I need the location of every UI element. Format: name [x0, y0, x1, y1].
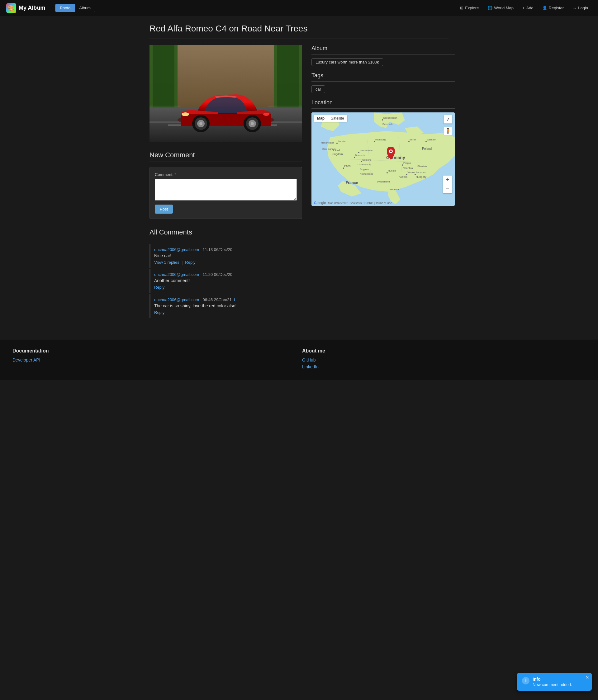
- svg-text:London: London: [338, 140, 346, 143]
- brand-name: My Album: [19, 5, 45, 11]
- login-link[interactable]: → Login: [569, 4, 592, 12]
- svg-text:Czechia: Czechia: [403, 167, 413, 170]
- svg-point-68: [415, 174, 416, 175]
- left-column: New Comment Comment: * Post All Comments…: [149, 45, 302, 319]
- svg-rect-2: [153, 45, 174, 107]
- explore-icon: ⊞: [460, 6, 464, 10]
- map-tab-map[interactable]: Map: [314, 115, 328, 122]
- svg-point-18: [199, 122, 202, 125]
- comment-input[interactable]: [155, 179, 297, 201]
- brand-link[interactable]: 🎨 My Album: [6, 3, 45, 13]
- plus-icon: +: [522, 6, 525, 10]
- svg-text:Brussels: Brussels: [355, 154, 365, 157]
- comment-item: onchua2006@gmail.com - 11:13 06/Dec/20 N…: [149, 244, 302, 268]
- login-icon: →: [572, 6, 576, 10]
- comments-list: onchua2006@gmail.com - 11:13 06/Dec/20 N…: [149, 244, 302, 318]
- view-replies-link[interactable]: View 1 replies: [154, 260, 179, 265]
- footer-about: About me GitHub LinkedIn: [302, 348, 585, 371]
- user-icon: 👤: [542, 6, 547, 10]
- required-star: *: [175, 172, 176, 177]
- page-title: Red Alfa Romeo C4 on Road Near Trees: [149, 24, 449, 34]
- footer-linkedin-link[interactable]: LinkedIn: [302, 364, 585, 369]
- map-zoom-out-button[interactable]: −: [443, 184, 452, 193]
- comment-actions: View 1 replies | Reply: [154, 260, 302, 265]
- footer-doc-title: Documentation: [13, 348, 296, 354]
- footer-about-title: About me: [302, 348, 585, 354]
- album-section: Album Luxury cars worth more than $100k: [312, 45, 455, 66]
- toggle-album[interactable]: Album: [75, 4, 95, 12]
- svg-point-36: [354, 157, 355, 158]
- all-comments-title: All Comments: [149, 228, 302, 236]
- map-credit-text: Map data ©2021 GeoBasis-DE/BKG | Terms o…: [328, 201, 392, 205]
- world-map-link[interactable]: 🌐 World Map: [484, 4, 517, 12]
- comment-actions: Reply: [154, 310, 302, 315]
- svg-text:Hungary: Hungary: [416, 175, 427, 178]
- info-icon: ℹ: [234, 297, 235, 302]
- reply-link[interactable]: Reply: [154, 310, 165, 315]
- map-credit: G oogle Map data ©2021 GeoBasis-DE/BKG |…: [314, 201, 392, 205]
- svg-text:Poland: Poland: [422, 147, 432, 150]
- svg-text:Berlin: Berlin: [409, 138, 416, 141]
- new-comment-divider: [149, 161, 302, 162]
- svg-point-45: [374, 141, 375, 142]
- svg-text:France: France: [346, 181, 358, 185]
- svg-text:Munich: Munich: [388, 169, 396, 172]
- comment-meta: onchua2006@gmail.com - 11:13 06/Dec/20: [154, 247, 302, 252]
- map-container: United Kingdom London Paris Brussels Ams…: [312, 112, 455, 206]
- map-pegman-button[interactable]: 🧍: [444, 127, 452, 135]
- add-link[interactable]: + Add: [519, 4, 537, 12]
- svg-rect-4: [277, 45, 299, 107]
- svg-text:Hamburg: Hamburg: [375, 138, 385, 141]
- svg-text:Switzerland: Switzerland: [377, 180, 390, 183]
- footer-dev-api-link[interactable]: Developer API: [13, 357, 296, 362]
- svg-text:Birmingham: Birmingham: [322, 148, 336, 150]
- comment-text: The car is so shiny, love the red color …: [154, 303, 302, 308]
- map-tab-group: Map Satellite: [314, 115, 347, 122]
- svg-text:Slovenia: Slovenia: [389, 188, 399, 191]
- comment-time: - 06:46 29/Jan/21: [200, 297, 232, 302]
- svg-text:Kingdom: Kingdom: [332, 153, 343, 156]
- comment-time: - 11:20 06/Dec/20: [200, 272, 232, 277]
- map-zoom-in-button[interactable]: +: [443, 176, 452, 184]
- svg-point-59: [387, 172, 388, 173]
- reply-link[interactable]: Reply: [154, 285, 165, 290]
- brand-icon: 🎨: [6, 3, 16, 13]
- login-label: Login: [578, 6, 588, 10]
- footer: Documentation Developer API About me Git…: [0, 339, 598, 380]
- footer-documentation: Documentation Developer API: [13, 348, 296, 371]
- svg-text:Amsterdam: Amsterdam: [360, 149, 373, 152]
- view-toggle: Photo Album: [55, 4, 95, 12]
- reply-link[interactable]: Reply: [185, 260, 195, 265]
- comment-author: onchua2006@gmail.com: [154, 272, 199, 277]
- svg-point-22: [251, 122, 254, 125]
- register-label: Register: [549, 6, 564, 10]
- main-container: Red Alfa Romeo C4 on Road Near Trees: [143, 16, 455, 327]
- footer-github-link[interactable]: GitHub: [302, 357, 585, 362]
- comment-meta: onchua2006@gmail.com - 06:46 29/Jan/21 ℹ: [154, 297, 302, 302]
- register-link[interactable]: 👤 Register: [539, 4, 568, 12]
- comment-actions: Reply: [154, 285, 302, 290]
- tags-section-title: Tags: [312, 72, 455, 79]
- photo-container: [149, 45, 302, 142]
- album-divider: [312, 54, 455, 54]
- post-button[interactable]: Post: [155, 205, 173, 214]
- explore-link[interactable]: ⊞ Explore: [456, 4, 482, 12]
- svg-point-63: [402, 165, 403, 166]
- title-divider: [149, 39, 449, 39]
- svg-text:Netherlands: Netherlands: [360, 173, 373, 175]
- toggle-photo[interactable]: Photo: [55, 4, 75, 12]
- map-tab-satellite[interactable]: Satellite: [328, 115, 347, 122]
- svg-text:Paris: Paris: [344, 165, 351, 168]
- comment-text: Another comment!: [154, 278, 302, 283]
- world-map-label: World Map: [494, 6, 514, 10]
- svg-point-61: [406, 174, 407, 175]
- svg-text:Vienna: Vienna: [407, 171, 415, 174]
- all-comments-divider: [149, 239, 302, 239]
- svg-point-74: [390, 150, 392, 152]
- svg-text:Slovakia: Slovakia: [417, 165, 427, 168]
- map-expand-button[interactable]: ⤢: [444, 115, 452, 124]
- svg-point-38: [358, 152, 359, 153]
- navbar-links: ⊞ Explore 🌐 World Map + Add 👤 Register →…: [456, 4, 592, 12]
- navbar: 🎨 My Album Photo Album ⊞ Explore 🌐 World…: [0, 0, 598, 16]
- svg-rect-24: [268, 106, 302, 106]
